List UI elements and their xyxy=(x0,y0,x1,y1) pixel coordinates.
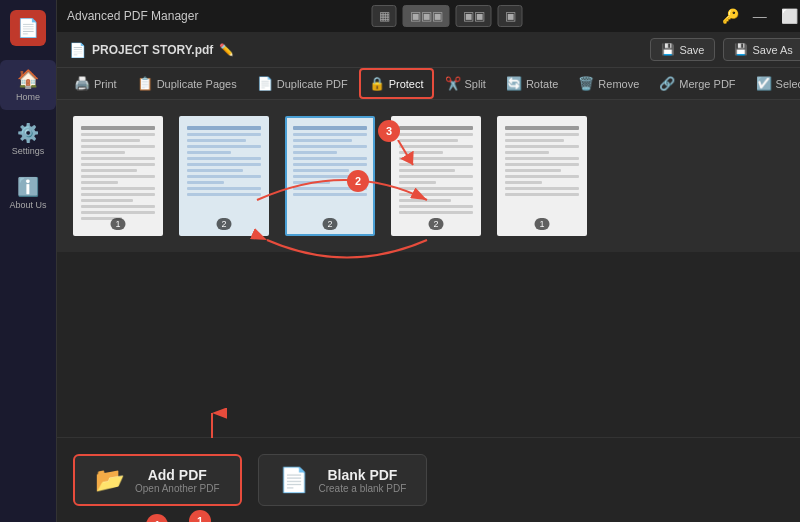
save-as-button[interactable]: 💾 Save As xyxy=(723,38,800,61)
pages-area: 1 xyxy=(57,100,800,252)
duplicate-pdf-icon: 📄 xyxy=(257,76,273,91)
annotation-2: 2 xyxy=(347,170,369,192)
page-thumb-5[interactable]: 1 xyxy=(497,116,587,236)
sidebar-about-label: About Us xyxy=(9,200,46,210)
duplicate-pdf-button[interactable]: 📄 Duplicate PDF xyxy=(248,69,357,98)
file-name: PROJECT STORY.pdf xyxy=(92,43,213,57)
blank-pdf-icon: 📄 xyxy=(279,466,309,494)
about-icon: ℹ️ xyxy=(17,176,39,198)
save-buttons-group: 💾 Save 💾 Save As ⋯ xyxy=(650,38,800,61)
protect-label: Protect xyxy=(389,78,424,90)
split-button[interactable]: ✂️ Split xyxy=(436,69,495,98)
print-label: Print xyxy=(94,78,117,90)
file-name-row: 📄 PROJECT STORY.pdf ✏️ 💾 Save 💾 Save As … xyxy=(57,32,800,68)
file-info: 📄 PROJECT STORY.pdf ✏️ xyxy=(69,42,234,58)
add-pdf-button[interactable]: 📂 Add PDF Open Another PDF xyxy=(73,454,242,506)
print-button[interactable]: 🖨️ Print xyxy=(65,69,126,98)
split-icon: ✂️ xyxy=(445,76,461,91)
duplicate-pdf-label: Duplicate PDF xyxy=(277,78,348,90)
window-controls: 🔑 — ⬜ ✕ xyxy=(718,6,800,26)
bottom-area: 1 📂 Add PDF Open Another PDF 1 xyxy=(57,437,800,522)
save-as-icon: 💾 xyxy=(734,43,748,56)
print-icon: 🖨️ xyxy=(74,76,90,91)
page-num-5: 1 xyxy=(534,218,549,230)
title-bar: Advanced PDF Manager ▦ ▣▣▣ ▣▣ ▣ 🔑 — ⬜ ✕ xyxy=(57,0,800,32)
split-label: Split xyxy=(465,78,486,90)
page-num-1: 1 xyxy=(110,218,125,230)
view-double[interactable]: ▣▣ xyxy=(456,5,492,27)
action-toolbar: 🖨️ Print 📋 Duplicate Pages 📄 Duplicate P… xyxy=(57,68,800,100)
home-icon: 🏠 xyxy=(17,68,39,90)
annotation-1-label: 1 xyxy=(197,515,203,522)
page-image-2: 2 xyxy=(179,116,269,236)
duplicate-pages-icon: 📋 xyxy=(137,76,153,91)
protect-icon: 🔒 xyxy=(369,76,385,91)
annotation-3: 3 xyxy=(378,120,400,142)
rotate-icon: 🔄 xyxy=(506,76,522,91)
page-image-5: 1 xyxy=(497,116,587,236)
save-as-label: Save As xyxy=(752,44,792,56)
merge-label: Merge PDF xyxy=(679,78,735,90)
view-single[interactable]: ▦ xyxy=(372,5,397,27)
page-image-1: 1 xyxy=(73,116,163,236)
file-icon: 📄 xyxy=(69,42,86,58)
rotate-label: Rotate xyxy=(526,78,558,90)
sidebar-home-label: Home xyxy=(16,92,40,102)
annotation-2-label: 2 xyxy=(355,175,361,187)
page-num-2: 2 xyxy=(216,218,231,230)
merge-pdf-button[interactable]: 🔗 Merge PDF xyxy=(650,69,744,98)
add-pdf-text: Add PDF Open Another PDF xyxy=(135,467,220,494)
protect-button[interactable]: 🔒 Protect xyxy=(359,68,434,99)
app-title: Advanced PDF Manager xyxy=(67,9,198,23)
add-pdf-icon: 📂 xyxy=(95,466,125,494)
page-num-3: 2 xyxy=(322,218,337,230)
annotation-1-circle: 1 xyxy=(146,514,168,522)
pin-icon[interactable]: 🔑 xyxy=(718,6,743,26)
save-button[interactable]: 💾 Save xyxy=(650,38,715,61)
merge-icon: 🔗 xyxy=(659,76,675,91)
sidebar: 📄 🏠 Home ⚙️ Settings ℹ️ About Us xyxy=(0,0,57,522)
view-multi[interactable]: ▣▣▣ xyxy=(403,5,450,27)
app-logo: 📄 xyxy=(10,10,46,46)
sidebar-settings-label: Settings xyxy=(12,146,45,156)
select-all-icon: ☑️ xyxy=(756,76,772,91)
blank-pdf-sublabel: Create a blank PDF xyxy=(319,483,407,494)
view-wide[interactable]: ▣ xyxy=(498,5,523,27)
logo-icon: 📄 xyxy=(17,17,39,39)
add-pdf-sublabel: Open Another PDF xyxy=(135,483,220,494)
main-content: Advanced PDF Manager ▦ ▣▣▣ ▣▣ ▣ 🔑 — ⬜ ✕ … xyxy=(57,0,800,522)
file-edit-icon: ✏️ xyxy=(219,43,234,57)
page-thumb-1[interactable]: 1 xyxy=(73,116,163,236)
remove-label: Remove xyxy=(598,78,639,90)
page-image-4: 2 xyxy=(391,116,481,236)
settings-icon: ⚙️ xyxy=(17,122,39,144)
save-icon: 💾 xyxy=(661,43,675,56)
blank-pdf-text: Blank PDF Create a blank PDF xyxy=(319,467,407,494)
remove-icon: 🗑️ xyxy=(578,76,594,91)
blank-pdf-label: Blank PDF xyxy=(319,467,407,483)
duplicate-pages-label: Duplicate Pages xyxy=(157,78,237,90)
sidebar-item-home[interactable]: 🏠 Home xyxy=(0,60,56,110)
save-label: Save xyxy=(679,44,704,56)
page-thumb-4[interactable]: 2 xyxy=(391,116,481,236)
sidebar-item-settings[interactable]: ⚙️ Settings xyxy=(0,114,56,164)
blank-pdf-button[interactable]: 📄 Blank PDF Create a blank PDF xyxy=(258,454,428,506)
select-all-button[interactable]: ☑️ Select All xyxy=(747,69,800,98)
add-pdf-label: Add PDF xyxy=(135,467,220,483)
select-all-label: Select All xyxy=(776,78,800,90)
remove-button[interactable]: 🗑️ Remove xyxy=(569,69,648,98)
duplicate-pages-button[interactable]: 📋 Duplicate Pages xyxy=(128,69,246,98)
annotation-1: 1 xyxy=(189,510,211,522)
minimize-icon[interactable]: — xyxy=(749,6,771,26)
annotation-3-label: 3 xyxy=(386,125,392,137)
maximize-icon[interactable]: ⬜ xyxy=(777,6,800,26)
pages-container: 1 xyxy=(57,100,800,437)
sidebar-item-about[interactable]: ℹ️ About Us xyxy=(0,168,56,218)
rotate-button[interactable]: 🔄 Rotate xyxy=(497,69,567,98)
page-thumb-2[interactable]: 2 xyxy=(179,116,269,236)
page-num-4: 2 xyxy=(428,218,443,230)
